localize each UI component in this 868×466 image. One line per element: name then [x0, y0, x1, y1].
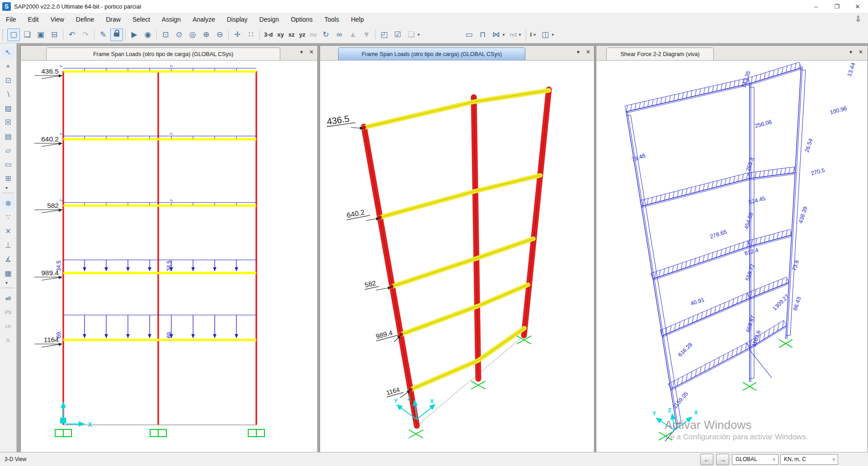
menu-item-edit[interactable]: Edit — [22, 14, 45, 25]
display-window-options-expander[interactable]: ▾ — [552, 32, 556, 37]
snap-to-perpendicular-tool-icon[interactable]: ⊥ — [1, 239, 15, 252]
snap-to-fine-grid-tool-icon[interactable]: ▦ — [1, 267, 15, 280]
zoom-out-button-icon[interactable]: ⊖ — [213, 28, 226, 41]
tab-close-icon[interactable]: ✕ — [307, 49, 316, 55]
object-shrink-toggle-button-icon[interactable]: ◰ — [378, 28, 391, 41]
truss-template-button-icon[interactable]: ⋈ — [490, 28, 503, 41]
tab-shear-force-diagram[interactable]: Shear Force 2-2 Diagram (viva) — [606, 47, 714, 60]
separator — [526, 29, 526, 40]
menu-item-display[interactable]: Display — [221, 14, 254, 25]
view-xz-button[interactable]: xz — [287, 29, 297, 40]
snap-to-lines-tool-icon[interactable]: ∡ — [1, 253, 15, 266]
menu-item-options[interactable]: Options — [285, 14, 318, 25]
redo-button-icon[interactable]: ↷ — [79, 28, 92, 41]
joint-marker — [362, 126, 366, 130]
save-button-icon[interactable]: ▣ — [34, 28, 47, 41]
nd-view-button[interactable]: nd — [508, 29, 519, 40]
download-icon[interactable]: ⇩ — [855, 14, 862, 24]
tab-menu-caret-icon[interactable]: ▾ — [847, 49, 855, 55]
new-model-button-icon[interactable]: ▢ — [7, 28, 20, 41]
previous-zoom-button-icon[interactable]: ◎ — [186, 28, 199, 41]
tab-frame-span-loads-3d[interactable]: Frame Span Loads (otro tipo de carga) (G… — [338, 47, 525, 60]
model-view-loads-2d[interactable]: 7.7.436.57.7.640.27.7.58234.534.5989.469… — [21, 61, 316, 452]
menu-item-draw[interactable]: Draw — [100, 14, 127, 25]
display-window-options-button-icon[interactable]: ◫ — [539, 28, 552, 41]
pan-button-icon[interactable]: ✛ — [231, 28, 244, 41]
rotate-view-button-icon[interactable]: ↻ — [320, 28, 332, 41]
clear-selection-button[interactable]: clr — [1, 320, 15, 333]
shear-value-label: 616.28 — [677, 341, 693, 358]
menu-item-help[interactable]: Help — [345, 14, 370, 25]
lock-model-button[interactable] — [110, 28, 123, 41]
i-section-expander[interactable]: ▾ — [533, 32, 538, 37]
tab-menu-caret-icon[interactable]: ▾ — [297, 49, 306, 55]
snap-tools-expander[interactable]: ▾ — [5, 280, 10, 285]
coordinate-system-select[interactable]: GLOBAL ˅ — [732, 454, 778, 465]
quick-draw-braces-tool-icon[interactable]: ☒ — [1, 116, 15, 129]
set-display-options-button-icon[interactable]: ☑ — [392, 28, 404, 41]
menu-item-select[interactable]: Select — [127, 14, 156, 25]
move-down-list-button-icon[interactable]: ▼ — [360, 28, 373, 41]
invert-selection-button-icon[interactable]: ⨯ — [1, 334, 15, 347]
draw-tools-expander[interactable]: ▾ — [5, 185, 10, 190]
menu-item-design[interactable]: Design — [254, 14, 285, 25]
draw-frame-section-button-icon[interactable]: ▭ — [463, 28, 476, 41]
tab-menu-caret-icon[interactable]: ▾ — [574, 49, 582, 55]
maximize-icon[interactable]: ❐ — [826, 0, 847, 13]
assign-copy-button-icon[interactable]: ❏ — [405, 28, 418, 41]
tab-close-icon[interactable]: ✕ — [584, 49, 592, 55]
assign-copy-expander[interactable]: ▾ — [418, 32, 422, 37]
minimize-icon[interactable]: – — [806, 0, 826, 13]
reshape-object-tool-icon[interactable]: ⌖ — [1, 60, 15, 73]
open-file-button-icon[interactable]: ❏ — [21, 28, 33, 41]
menu-item-analyze[interactable]: Analyze — [187, 14, 221, 25]
view-xy-button[interactable]: xy — [276, 29, 286, 40]
select-pointer-tool-icon[interactable]: ↖ — [1, 46, 15, 59]
close-icon[interactable]: ✕ — [847, 0, 868, 13]
run-analysis-button-icon[interactable]: ▶ — [128, 28, 141, 41]
nd-view-expander[interactable]: ▾ — [519, 32, 524, 37]
restore-full-view-button-icon[interactable]: ⊙ — [173, 28, 185, 41]
move-up-list-button-icon[interactable]: ▲ — [347, 28, 359, 41]
view-3d-button[interactable]: 3-d — [262, 29, 275, 40]
i-section-button[interactable]: I — [528, 29, 534, 40]
print-button-icon[interactable]: ⊟ — [48, 28, 61, 41]
portal-frame-button-icon[interactable]: ⊓ — [476, 28, 489, 41]
view-nv-button[interactable]: nv — [308, 29, 318, 40]
draw-special-joint-tool-icon[interactable]: ⊡ — [1, 74, 15, 87]
menu-item-assign[interactable]: Assign — [156, 14, 187, 25]
perspective-toggle-button-icon[interactable]: ∞ — [333, 28, 346, 41]
previous-selection-button[interactable]: PS — [1, 306, 15, 319]
tab-close-icon[interactable]: ✕ — [857, 49, 865, 55]
rubber-band-zoom-button-icon[interactable]: ⊡ — [159, 28, 172, 41]
previous-view-button[interactable]: ← — [700, 454, 713, 465]
truss-template-expander[interactable]: ▾ — [503, 32, 507, 37]
menu-item-tools[interactable]: Tools — [318, 14, 345, 25]
tab-frame-span-loads-2d[interactable]: Frame Span Loads (otro tipo de carga) (G… — [46, 47, 280, 60]
quick-draw-secondary-beams-tool-icon[interactable]: ▤ — [1, 130, 15, 143]
run-time-history-button-icon[interactable]: ◉ — [142, 28, 154, 41]
undo-button-icon[interactable]: ↶ — [66, 28, 78, 41]
draw-poly-area-tool-icon[interactable]: ▱ — [1, 144, 15, 157]
units-select[interactable]: KN, m, C ˅ — [780, 454, 838, 465]
quick-draw-area-tool-icon[interactable]: ⊞ — [1, 172, 15, 185]
draw-frame-tool-icon[interactable]: ∖ — [1, 88, 15, 101]
separator — [94, 29, 94, 40]
snap-to-midpoints-tool-icon[interactable]: ∵ — [1, 211, 15, 224]
draw-rect-area-tool-icon[interactable]: ▭ — [1, 158, 15, 171]
menu-item-view[interactable]: View — [45, 14, 70, 25]
snap-to-intersections-tool-icon[interactable]: ✕ — [1, 225, 15, 238]
quick-draw-frame-tool-icon[interactable]: ▨ — [1, 102, 15, 115]
model-view-loads-3d[interactable]: 436.5640.2582989.41164ZYX — [320, 61, 593, 452]
model-view-shear-diagram[interactable]: 143.3513.44100.96256.0679.4826.54255.327… — [596, 61, 867, 452]
label-leader-arrow — [42, 210, 62, 213]
menu-item-file[interactable]: File — [0, 14, 22, 25]
view-yz-button[interactable]: yz — [297, 29, 307, 40]
zoom-in-button-icon[interactable]: ⊕ — [200, 28, 212, 41]
pen-refresh-button-icon[interactable]: ✎ — [97, 28, 109, 41]
grid-snap-button-icon[interactable]: ∷ — [245, 28, 257, 41]
select-all-button[interactable]: all — [1, 292, 15, 305]
snap-to-joints-tool-icon[interactable]: ⊕ — [1, 197, 15, 210]
next-view-button[interactable]: → — [716, 454, 729, 465]
menu-item-define[interactable]: Define — [70, 14, 100, 25]
